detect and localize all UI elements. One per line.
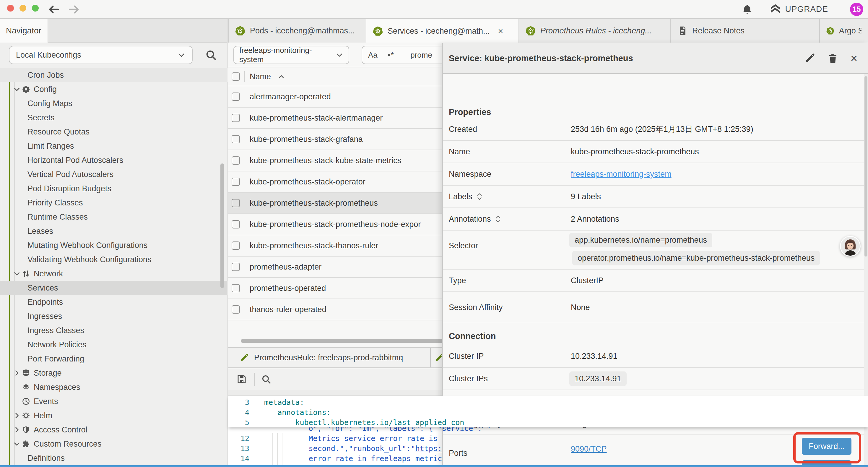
sidebar-item[interactable]: Network — [0, 267, 227, 281]
database-icon — [22, 369, 34, 377]
sidebar-item[interactable]: Storage — [0, 366, 227, 380]
expand-collapse-icon[interactable] — [495, 215, 501, 223]
navigator-sidebar: Navigator Local Kubeconfigs Cron Jobs Co… — [0, 19, 227, 465]
tab-release-notes[interactable]: Release Notes — [671, 19, 820, 42]
sidebar-item[interactable]: Network Policies — [0, 338, 227, 352]
row-checkbox[interactable] — [231, 178, 240, 186]
sidebar-item[interactable]: Horizontal Pod Autoscalers — [0, 153, 227, 167]
code-line: kubectl.kubernetes.io/last-applied-con — [264, 418, 464, 427]
row-checkbox[interactable] — [231, 241, 240, 250]
chevron-down-icon — [177, 51, 186, 59]
regex-icon[interactable]: ▪* — [388, 51, 395, 60]
tab-argo[interactable]: Argo Se — [820, 19, 868, 42]
close-panel-icon[interactable]: × — [850, 53, 857, 63]
maximize-window-button[interactable] — [32, 5, 39, 11]
notifications-bell-icon[interactable] — [742, 4, 753, 15]
tree-chevron-icon[interactable] — [13, 426, 22, 434]
tab-pods[interactable]: Pods - icecheng@mathmas... — [228, 19, 366, 42]
sidebar-item[interactable]: Resource Quotas — [0, 125, 227, 139]
save-icon[interactable] — [236, 374, 247, 384]
expand-collapse-icon[interactable] — [476, 193, 483, 201]
sort-ascending-icon[interactable] — [277, 73, 285, 80]
tab-prometheus-rules[interactable]: Prometheus Rules - icecheng... — [519, 19, 671, 42]
sidebar-search-icon[interactable] — [205, 49, 217, 61]
name-column-header[interactable]: Name — [250, 72, 271, 81]
user-avatar[interactable] — [840, 236, 861, 257]
row-checkbox[interactable] — [231, 199, 240, 207]
tree-chevron-icon[interactable] — [13, 440, 22, 448]
sidebar-item[interactable]: Namespaces — [0, 380, 227, 394]
sidebar-item[interactable]: Secrets — [0, 111, 227, 125]
upgrade-label[interactable]: UPGRADE — [785, 4, 828, 14]
close-window-button[interactable] — [7, 5, 14, 11]
gear-icon — [22, 85, 34, 93]
line-number: 3 — [228, 398, 249, 407]
toolbar-divider — [254, 373, 255, 386]
sidebar-item[interactable]: Config Maps — [0, 96, 227, 111]
property-row-cluster-ips: Cluster IPs 10.233.14.91 — [443, 368, 868, 390]
sidebar-item[interactable]: Pod Disruption Budgets — [0, 181, 227, 196]
tree-chevron-icon[interactable] — [13, 369, 22, 377]
clock-icon — [22, 397, 34, 406]
sidebar-item[interactable]: Priority Classes — [0, 196, 227, 210]
sidebar-item[interactable]: Services — [0, 281, 227, 295]
tree-chevron-icon[interactable] — [13, 270, 22, 278]
sidebar-item[interactable]: Leases — [0, 224, 227, 238]
edit-pencil-icon[interactable] — [804, 53, 815, 63]
sidebar-item[interactable]: Config — [0, 82, 227, 96]
upgrade-icon[interactable] — [769, 3, 781, 15]
row-checkbox[interactable] — [231, 135, 240, 143]
sidebar-item[interactable]: Helm — [0, 408, 227, 423]
sidebar-scrollbar[interactable] — [220, 164, 224, 288]
sidebar-item[interactable]: Ingress Classes — [0, 323, 227, 338]
sidebar-item[interactable]: Port Forwarding — [0, 352, 227, 366]
row-checkbox[interactable] — [231, 92, 240, 101]
navigator-panel-tab[interactable]: Navigator — [0, 19, 48, 42]
kubernetes-icon — [526, 26, 536, 36]
sidebar-item[interactable]: Vertical Pod Autoscalers — [0, 167, 227, 181]
kubernetes-icon — [373, 26, 383, 36]
sidebar-item[interactable]: Ingresses — [0, 309, 227, 323]
property-row-ports: Ports 9090/TCP 8080:reloader-web/TCP For… — [443, 435, 868, 465]
filter-value: prome — [410, 51, 432, 60]
row-checkbox[interactable] — [231, 284, 240, 292]
sidebar-item[interactable]: Access Control — [0, 423, 227, 437]
minimize-window-button[interactable] — [20, 5, 26, 11]
detail-scrollbar-thumb[interactable] — [864, 76, 867, 257]
row-checkbox[interactable] — [231, 156, 240, 165]
code-line: annotations: — [264, 408, 331, 417]
sidebar-item[interactable]: Validating Webhook Configurations — [0, 253, 227, 267]
sidebar-item[interactable]: Endpoints — [0, 295, 227, 309]
row-checkbox[interactable] — [231, 114, 240, 122]
delete-trash-icon[interactable] — [828, 53, 838, 63]
sidebar-item[interactable]: Cron Jobs — [0, 68, 227, 82]
sidebar-item[interactable]: Limit Ranges — [0, 139, 227, 153]
row-checkbox[interactable] — [231, 263, 240, 271]
tree-chevron-icon[interactable] — [13, 85, 22, 93]
sidebar-item[interactable]: Runtime Classes — [0, 210, 227, 224]
namespace-selector[interactable]: freeleaps-monitoring-system — [234, 46, 349, 64]
property-row-name: Name kube-prometheus-stack-prometheus — [443, 141, 868, 163]
select-all-checkbox[interactable] — [231, 72, 240, 81]
tree-chevron-icon[interactable] — [13, 412, 22, 419]
sidebar-item[interactable]: Mutating Webhook Configurations — [0, 238, 227, 253]
sidebar-item[interactable]: Events — [0, 394, 227, 408]
editor-search-icon[interactable] — [261, 374, 271, 384]
sidebar-item[interactable]: Definitions — [0, 451, 227, 465]
tab-bar: Pods - icecheng@mathmas... Services - ic… — [228, 19, 868, 42]
document-icon — [677, 26, 687, 36]
row-checkbox[interactable] — [231, 305, 240, 314]
back-button[interactable] — [47, 3, 60, 16]
forward-button[interactable] — [67, 3, 80, 16]
indent-guide — [277, 433, 278, 465]
tab-prometheusrule-editor[interactable]: PrometheusRule: freeleaps-prod-rabbitmq — [228, 348, 431, 368]
sidebar-item[interactable]: Custom Resources — [0, 437, 227, 451]
namespace-link[interactable]: freeleaps-monitoring-system — [571, 170, 672, 178]
close-tab-icon[interactable]: × — [498, 26, 503, 36]
row-checkbox[interactable] — [231, 220, 240, 229]
kubeconfig-selector[interactable]: Local Kubeconfigs — [9, 46, 193, 64]
tab-services[interactable]: Services - icecheng@math... × — [366, 19, 519, 43]
port-link-9090[interactable]: 9090/TCP — [571, 444, 607, 454]
match-case-icon[interactable]: Aa — [368, 51, 378, 60]
notification-count-badge[interactable]: 15 — [850, 3, 863, 16]
